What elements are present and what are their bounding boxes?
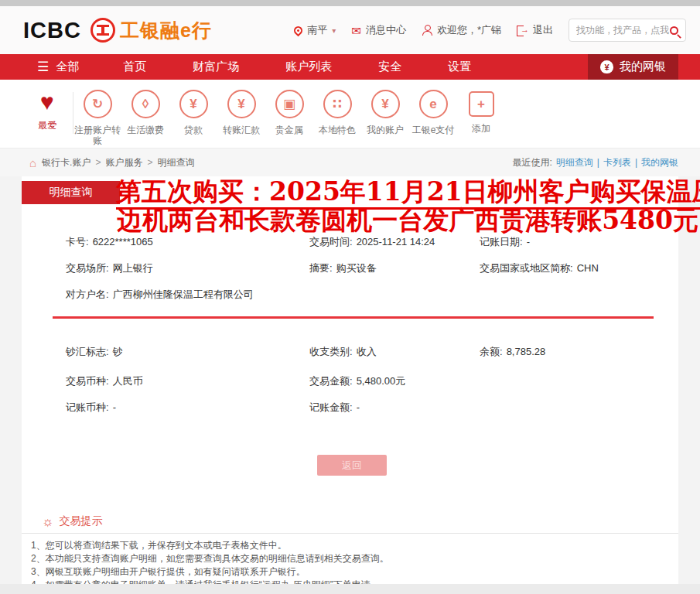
field-summary: 摘要:购买设备 <box>309 261 377 275</box>
add-icon: + <box>469 91 494 117</box>
quick-item-label: 工银e支付 <box>409 125 457 135</box>
header-right: 南平 ▾ ✉ 消息中心 欢迎您，*广锦 退出 <box>294 19 686 42</box>
logout-link[interactable]: 退出 <box>517 23 553 37</box>
nav-all-label: 全部 <box>56 60 79 74</box>
breadcrumb-bar: ⌂ 银行卡.账户 > 账户服务 > 明细查询 最近使用: 明细查询 | 卡列表 … <box>0 148 700 176</box>
nav-item-account-list[interactable]: 账户列表 <box>285 60 332 74</box>
my-ebank-tab[interactable]: ¥ 我的网银 <box>588 54 678 80</box>
field-counterparty-name: 对方户名:广西柳州佳隆保温工程有限公司 <box>66 288 254 302</box>
quick-item-add[interactable]: + 添加 <box>457 90 505 134</box>
tip-item: 3、网银互联账户明细由开户银行提供，如有疑问请联系开户银行。 <box>31 565 389 579</box>
annotation-overlay: 第五次购买：2025年11月21日柳州客户购买保温压 边机两台和长款卷圆机一台发… <box>116 177 698 234</box>
location-selector[interactable]: 南平 ▾ <box>294 23 336 37</box>
hamburger-icon: ☰ <box>37 60 49 73</box>
main-content: 明细查询 卡号:6222****1065 交易时间:2025-11-21 14:… <box>0 176 700 584</box>
field-booking-date: 记账日期:- <box>480 235 530 249</box>
quick-item-label: 生活缴费 <box>121 125 169 135</box>
tip-item: 2、本功能只支持查询账户明细，如您需要查询具体交易的明细信息请到相关交易查询。 <box>31 552 389 565</box>
quick-item-label: 添加 <box>457 123 505 134</box>
message-center-link[interactable]: ✉ 消息中心 <box>351 23 406 37</box>
nav-item-security[interactable]: 安全 <box>378 60 401 74</box>
tip-item: 1、您可以将查询结果下载，并保存到文本或电子表格文件中。 <box>31 539 389 552</box>
recent-link-card-list[interactable]: 卡列表 <box>603 156 631 169</box>
quick-item-label: 本地特色 <box>313 125 361 135</box>
search-icon[interactable] <box>670 26 678 35</box>
message-center-label: 消息中心 <box>366 23 406 37</box>
field-booking-amount: 记账金额:- <box>309 401 360 415</box>
location-label: 南平 <box>307 23 327 37</box>
icbc-epay-icon: e <box>419 90 448 118</box>
nav-items: 首页 财富广场 账户列表 安全 设置 <box>123 60 471 74</box>
quick-item-label: 注册账户转账 <box>73 125 121 146</box>
footer-strip <box>0 584 700 594</box>
recent-used-label: 最近使用: <box>512 156 551 169</box>
favorites-item[interactable]: ♥ 最爱 <box>22 90 73 132</box>
welcome-label: 欢迎您，*广锦 <box>437 23 501 37</box>
pipe-separator: | <box>635 157 637 168</box>
user-icon <box>422 25 432 36</box>
back-button[interactable]: 返回 <box>317 455 387 476</box>
welcome-user: 欢迎您，*广锦 <box>422 23 501 37</box>
header: ICBC 工银融e行 南平 ▾ ✉ 消息中心 欢迎您，*广锦 退出 <box>0 6 700 54</box>
quick-item-register-transfer[interactable]: ↻ 注册账户转账 <box>73 90 121 146</box>
quick-item-icbc-epay[interactable]: e 工银e支付 <box>409 90 457 135</box>
logout-icon <box>517 25 528 36</box>
quick-item-my-accounts[interactable]: ¥ 我的账户 <box>361 90 409 135</box>
search-box <box>569 19 686 42</box>
quick-item-label: 贵金属 <box>265 125 313 135</box>
recent-used: 最近使用: 明细查询 | 卡列表 | 我的网银 <box>512 156 678 169</box>
quick-item-transfer-remittance[interactable]: ¥ 转账汇款 <box>217 90 265 135</box>
quick-item-precious-metals[interactable]: ▣ 贵金属 <box>265 90 313 135</box>
quick-item-utility-payment[interactable]: ◊ 生活缴费 <box>121 90 169 135</box>
breadcrumb-root[interactable]: 银行卡.账户 <box>42 156 90 169</box>
field-transaction-amount: 交易金额:5,480.00元 <box>309 374 405 388</box>
field-transaction-time: 交易时间:2025-11-21 14:24 <box>309 235 435 249</box>
my-accounts-icon: ¥ <box>371 90 400 118</box>
brand-title: 工银融e行 <box>120 18 212 43</box>
recent-link-my-ebank[interactable]: 我的网银 <box>641 156 678 169</box>
loan-icon: ¥ <box>179 90 208 118</box>
precious-metals-icon: ▣ <box>275 90 304 118</box>
field-transaction-place: 交易场所:网上银行 <box>66 261 153 275</box>
breadcrumb-separator: > <box>95 157 101 168</box>
pipe-separator: | <box>597 157 599 168</box>
tips-divider <box>22 533 678 534</box>
red-divider <box>53 316 654 319</box>
quick-access-row: ♥ 最爱 ↻ 注册账户转账 ◊ 生活缴费 ¥ 贷款 ¥ 转账汇款 ▣ 贵金属 ∷… <box>0 80 700 148</box>
register-account-transfer-icon: ↻ <box>84 90 112 118</box>
heart-icon: ♥ <box>22 90 73 114</box>
logout-label: 退出 <box>533 23 553 37</box>
chevron-down-icon: ▾ <box>332 26 336 35</box>
my-ebank-label: 我的网银 <box>620 60 666 74</box>
field-country-code: 交易国家或地区简称:CHN <box>480 261 599 275</box>
search-input[interactable] <box>576 25 670 36</box>
field-booking-currency: 记账币种:- <box>66 401 116 415</box>
annotation-line2: 边机两台和长款卷圆机一台发广西贵港转账5480元 <box>117 205 698 235</box>
quick-item-local-features[interactable]: ∷ 本地特色 <box>313 90 361 135</box>
field-card-number: 卡号:6222****1065 <box>66 235 153 249</box>
lightbulb-icon: ☼ <box>42 515 54 528</box>
recent-link-detail-query[interactable]: 明细查询 <box>556 156 593 169</box>
moneybag-icon: ¥ <box>600 60 613 73</box>
field-income-expense-type: 收支类别:收入 <box>309 345 377 359</box>
transfer-remittance-icon: ¥ <box>227 90 256 118</box>
local-features-icon: ∷ <box>323 90 352 118</box>
nav-item-home[interactable]: 首页 <box>123 60 146 74</box>
breadcrumb-separator: > <box>147 157 152 168</box>
main-nav: ☰ 全部 首页 财富广场 账户列表 安全 设置 ¥ 我的网银 <box>0 54 700 80</box>
tab-detail-query[interactable]: 明细查询 <box>22 181 120 204</box>
quick-item-loan[interactable]: ¥ 贷款 <box>169 90 217 135</box>
top-scroll-strip <box>0 0 700 6</box>
breadcrumb-current: 明细查询 <box>157 156 194 169</box>
quick-item-label: 转账汇款 <box>217 125 265 135</box>
breadcrumb-level2[interactable]: 账户服务 <box>105 156 142 169</box>
detail-card: 明细查询 卡号:6222****1065 交易时间:2025-11-21 14:… <box>22 176 678 584</box>
home-icon: ⌂ <box>29 157 36 169</box>
nav-item-settings[interactable]: 设置 <box>448 60 471 74</box>
tips-header: ☼ 交易提示 <box>42 514 103 528</box>
icbc-emblem-icon <box>90 18 115 43</box>
nav-all-menu[interactable]: ☰ 全部 <box>37 60 79 74</box>
favorites-label: 最爱 <box>22 119 73 132</box>
nav-item-wealth-plaza[interactable]: 财富广场 <box>193 60 239 74</box>
field-transaction-currency: 交易币种:人民币 <box>66 374 143 388</box>
